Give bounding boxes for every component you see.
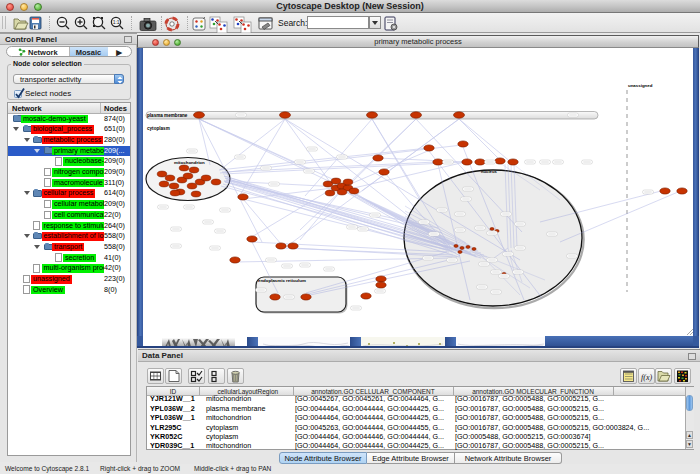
svg-text:cytoplasm: cytoplasm [147, 126, 170, 131]
svg-text:nucleus: nucleus [481, 169, 497, 174]
svg-text:plasma membrane: plasma membrane [147, 113, 188, 118]
svg-text:endoplasmic reticulum: endoplasmic reticulum [258, 278, 306, 283]
svg-text:1:1: 1:1 [113, 19, 120, 25]
svg-text:mitochondrion: mitochondrion [174, 160, 205, 165]
svg-text:f(x): f(x) [641, 373, 652, 382]
svg-text:unassigned: unassigned [628, 83, 653, 88]
